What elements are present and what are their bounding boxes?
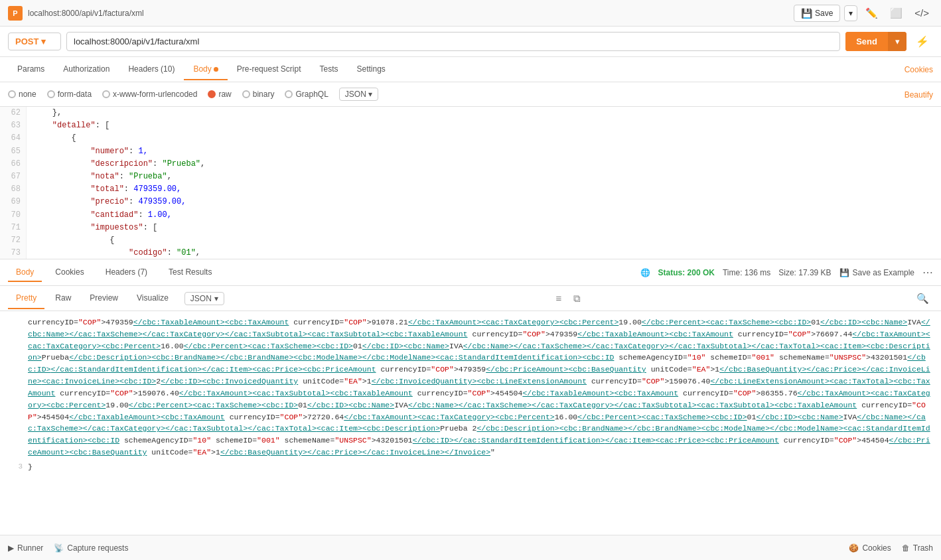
tab-tests[interactable]: Tests — [310, 59, 347, 80]
bottom-bar: ▶ Runner 📡 Capture requests 🍪 Cookies 🗑 … — [0, 535, 941, 560]
send-main-button[interactable]: Send — [845, 32, 888, 51]
tab-body[interactable]: Body — [184, 59, 227, 80]
radio-graphql-icon — [285, 90, 293, 98]
url-input[interactable] — [66, 32, 840, 51]
response-view-tabs: Pretty Raw Preview Visualize JSON ▾ ≡ ⧉ … — [0, 286, 941, 311]
format-selector[interactable]: JSON ▾ — [339, 88, 378, 101]
url-bar: POST ▾ Send ▾ ⚡ — [0, 27, 941, 57]
code-editor[interactable]: 62 63 64 65 66 67 68 69 70 71 72 73 74 }… — [0, 107, 941, 259]
save-example-button[interactable]: 💾 Save as Example — [839, 268, 914, 277]
runner-button[interactable]: ▶ Runner — [8, 543, 43, 553]
save-dropdown-button[interactable]: ▾ — [844, 5, 857, 21]
capture-icon: 📡 — [54, 543, 64, 553]
request-tabs-row: Params Authorization Headers (10) Body P… — [0, 57, 941, 82]
format-caret-icon: ▾ — [368, 90, 372, 99]
resp-body-footer: 3 } — [9, 461, 932, 473]
res-tab-headers[interactable]: Headers (7) — [98, 263, 155, 282]
save-button[interactable]: 💾 Save — [794, 5, 840, 22]
code-line-64: { — [33, 132, 934, 145]
resp-body-content: currencyID="COP">479359</cbc:TaxableAmou… — [28, 316, 932, 458]
option-graphql-label: GraphQL — [295, 90, 328, 99]
method-label: POST — [15, 36, 38, 46]
send-caret-button[interactable]: ▾ — [888, 32, 906, 51]
resp-tab-preview[interactable]: Preview — [82, 288, 126, 309]
top-bar: P localhost:8000/api/v1/factura/xml 💾 Sa… — [0, 0, 941, 27]
radio-none-icon — [8, 90, 16, 98]
line-num-73: 73 — [5, 247, 21, 259]
bottom-bar-right: 🍪 Cookies 🗑 Trash — [849, 543, 933, 553]
search-response-button[interactable]: 🔍 — [912, 290, 933, 307]
resp-footer-line-num: 3 — [9, 461, 23, 473]
tab-authorization[interactable]: Authorization — [54, 59, 119, 80]
save-example-label: Save as Example — [853, 268, 914, 277]
option-raw[interactable]: raw — [208, 90, 231, 99]
response-status-area: 🌐 Status: 200 OK Time: 136 ms Size: 17.3… — [640, 266, 933, 279]
option-form-data[interactable]: form-data — [47, 90, 92, 99]
code-line-68: "total": 479359.00, — [33, 183, 934, 196]
cookies-link[interactable]: Cookies — [905, 65, 933, 74]
code-line-73: "codigo": "01", — [33, 247, 934, 259]
method-selector[interactable]: POST ▾ — [8, 33, 61, 50]
app-icon: P — [8, 6, 23, 21]
filter-icon-button[interactable]: ≡ — [552, 290, 566, 307]
top-bar-left: P localhost:8000/api/v1/factura/xml — [8, 6, 144, 21]
line-num-66: 66 — [5, 158, 21, 171]
edit-icon-button[interactable]: ✏️ — [861, 5, 882, 22]
line-num-71: 71 — [5, 222, 21, 234]
resp-tab-raw[interactable]: Raw — [47, 288, 79, 309]
capture-requests-button[interactable]: 📡 Capture requests — [54, 543, 128, 553]
line-num-65: 65 — [5, 145, 21, 158]
option-urlencoded[interactable]: x-www-form-urlencoded — [102, 90, 197, 99]
radio-form-data-icon — [47, 90, 55, 98]
tab-params[interactable]: Params — [8, 59, 54, 80]
res-tab-cookies[interactable]: Cookies — [47, 263, 92, 282]
resp-tab-visualize[interactable]: Visualize — [129, 288, 177, 309]
line-num-63: 63 — [5, 119, 21, 132]
code-line-65: "numero": 1, — [33, 145, 934, 158]
cookies-bottom-label: Cookies — [862, 543, 891, 553]
radio-binary-icon — [242, 90, 250, 98]
resp-tab-pretty[interactable]: Pretty — [8, 288, 44, 309]
send-extra-button[interactable]: ⚡ — [912, 33, 933, 50]
option-none[interactable]: none — [8, 90, 36, 99]
option-urlencoded-label: x-www-form-urlencoded — [113, 90, 197, 99]
code-lines-container: 62 63 64 65 66 67 68 69 70 71 72 73 74 }… — [0, 107, 941, 259]
top-bar-right: 💾 Save ▾ ✏️ ⬜ </> — [794, 5, 933, 22]
code-content[interactable]: }, "detalle": [ { "numero": 1, "descripc… — [27, 107, 941, 259]
code-icon-button[interactable]: </> — [910, 5, 933, 21]
response-size: Size: 17.39 KB — [778, 268, 831, 277]
response-time: Time: 136 ms — [723, 268, 770, 277]
resp-format-caret-icon: ▾ — [214, 294, 218, 303]
response-format-selector[interactable]: JSON ▾ — [184, 292, 224, 305]
tab-settings[interactable]: Settings — [348, 59, 395, 80]
trash-button[interactable]: 🗑 Trash — [902, 543, 933, 553]
body-options-row: none form-data x-www-form-urlencoded raw… — [0, 82, 941, 107]
cookies-bottom-button[interactable]: 🍪 Cookies — [849, 543, 891, 553]
more-options-button[interactable]: ⋯ — [922, 266, 933, 279]
copy-response-button[interactable]: ⧉ — [569, 290, 585, 307]
option-binary[interactable]: binary — [242, 90, 275, 99]
line-num-67: 67 — [5, 171, 21, 183]
resp-line-number — [9, 316, 23, 458]
option-form-data-label: form-data — [58, 90, 92, 99]
line-num-72: 72 — [5, 234, 21, 247]
code-line-66: "descripcion": "Prueba", — [33, 158, 934, 171]
option-none-label: none — [19, 90, 36, 99]
line-num-70: 70 — [5, 209, 21, 222]
response-header-bar: Body Cookies Headers (7) Test Results 🌐 … — [0, 259, 941, 286]
tab-headers[interactable]: Headers (10) — [119, 59, 184, 80]
option-graphql[interactable]: GraphQL — [285, 90, 328, 99]
send-button-group: Send ▾ — [845, 32, 906, 51]
beautify-button[interactable]: Beautify — [905, 90, 933, 100]
line-num-69: 69 — [5, 196, 21, 208]
res-tab-test-results[interactable]: Test Results — [161, 263, 220, 282]
response-body: currencyID="COP">479359</cbc:TaxableAmou… — [0, 311, 941, 504]
tab-pre-request[interactable]: Pre-request Script — [228, 59, 311, 80]
method-caret-icon: ▾ — [41, 36, 46, 46]
resp-body-line-container: currencyID="COP">479359</cbc:TaxableAmou… — [9, 316, 932, 458]
res-tab-body[interactable]: Body — [8, 263, 42, 282]
save-label: Save — [815, 9, 833, 18]
copy-icon-button[interactable]: ⬜ — [886, 5, 906, 22]
status-ok-badge: Status: 200 OK — [658, 268, 715, 277]
format-label: JSON — [345, 90, 366, 99]
